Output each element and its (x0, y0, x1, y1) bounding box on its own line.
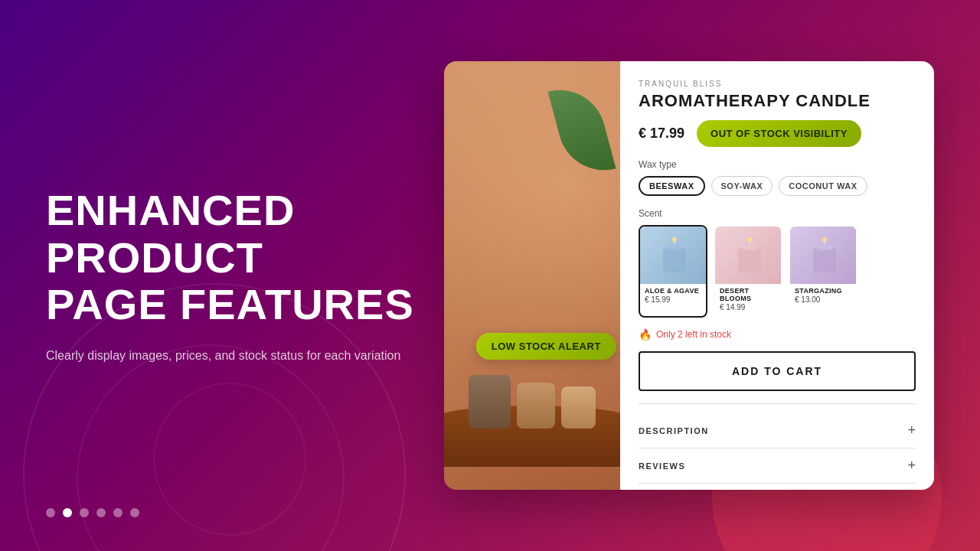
product-card: LOW STOCK ALEART TRANQUIL BLISS AROMATHE… (444, 61, 934, 490)
svg-rect-4 (738, 248, 761, 272)
product-price: € 17.99 (639, 126, 684, 142)
low-stock-text: 🔥 Only 2 left in stock (639, 328, 916, 341)
wax-options: BEESWAX SOY-WAX COCONUT WAX (639, 176, 916, 196)
scent-img-stargazing (790, 227, 858, 284)
accordion-reviews-label: REVIEWS (639, 461, 685, 471)
svg-rect-9 (817, 244, 832, 250)
low-stock-message: Only 2 left in stock (656, 329, 731, 340)
wax-type-label: Wax type (639, 159, 916, 170)
main-heading: ENHANCED PRODUCT PAGE FEATURES (46, 187, 429, 328)
scent-price-desert-blooms: € 14.99 (720, 303, 776, 311)
wax-option-coconut-wax[interactable]: COCONUT WAX (779, 176, 867, 196)
expand-description-icon: + (907, 422, 916, 439)
scent-img-desert-blooms (715, 227, 782, 284)
scent-info-aloe-agave: ALOE & AGAVE € 15.99 (640, 284, 706, 308)
sub-text: Clearly display images, prices, and stoc… (46, 346, 429, 364)
wax-option-beeswax[interactable]: BEESWAX (639, 176, 705, 196)
scent-name-desert-blooms: DESERT BLOOMS (720, 287, 776, 302)
product-image-section: LOW STOCK ALEART (444, 61, 620, 490)
svg-rect-1 (667, 244, 682, 250)
candle-2 (517, 383, 555, 429)
fire-icon: 🔥 (639, 328, 652, 341)
svg-rect-8 (813, 248, 836, 272)
wax-option-soy-wax[interactable]: SOY-WAX (711, 176, 773, 196)
product-details: TRANQUIL BLISS AROMATHERAPY CANDLE € 17.… (620, 61, 934, 490)
candle-1 (469, 375, 511, 429)
scent-card-aloe-agave[interactable]: ALOE & AGAVE € 15.99 (639, 225, 707, 318)
scent-card-stargazing[interactable]: STARGAZING € 13.00 (789, 225, 858, 318)
scent-price-stargazing: € 13.00 (795, 295, 851, 304)
scent-img-aloe-agave (640, 227, 707, 284)
candle-display (469, 375, 596, 429)
scent-info-desert-blooms: DESERT BLOOMS € 14.99 (715, 284, 781, 316)
svg-rect-0 (663, 248, 686, 272)
price-row: € 17.99 OUT OF STOCK VISIBILITY (639, 120, 916, 147)
scent-name-aloe-agave: ALOE & AGAVE (645, 287, 701, 295)
bg-circle-3 (153, 383, 306, 536)
plant-decoration (547, 80, 616, 180)
accordion-description-label: DESCRIPTION (639, 426, 709, 435)
scent-card-desert-blooms[interactable]: DESERT BLOOMS € 14.99 (714, 225, 782, 318)
dot-3[interactable] (80, 508, 89, 517)
scent-name-stargazing: STARGAZING (795, 287, 851, 295)
svg-point-3 (672, 237, 677, 242)
scent-grid: ALOE & AGAVE € 15.99 DESERT BLOOMS € 14.… (639, 225, 916, 318)
dots-navigation (46, 508, 139, 517)
divider (639, 403, 916, 404)
brand-name: TRANQUIL BLISS (639, 80, 916, 88)
scent-label: Scent (639, 208, 916, 219)
left-content: ENHANCED PRODUCT PAGE FEATURES Clearly d… (46, 187, 429, 365)
low-stock-badge: LOW STOCK ALEART (476, 333, 616, 360)
add-to-cart-button[interactable]: ADD TO CART (639, 351, 916, 391)
dot-1[interactable] (46, 508, 55, 517)
out-of-stock-badge: OUT OF STOCK VISIBILITY (697, 120, 861, 147)
dot-2[interactable] (63, 508, 72, 517)
dot-6[interactable] (130, 508, 139, 517)
candle-3 (561, 386, 596, 429)
accordion-reviews[interactable]: REVIEWS + (639, 448, 916, 484)
expand-reviews-icon: + (907, 458, 916, 474)
accordion-description[interactable]: DESCRIPTION + (639, 413, 916, 448)
dot-4[interactable] (96, 508, 106, 517)
svg-point-11 (822, 237, 827, 242)
scent-price-aloe-agave: € 15.99 (645, 295, 701, 304)
product-name: AROMATHERAPY CANDLE (639, 91, 916, 111)
scent-info-stargazing: STARGAZING € 13.00 (790, 284, 856, 308)
dot-5[interactable] (113, 508, 122, 517)
svg-rect-5 (742, 244, 757, 250)
svg-point-7 (747, 237, 752, 242)
